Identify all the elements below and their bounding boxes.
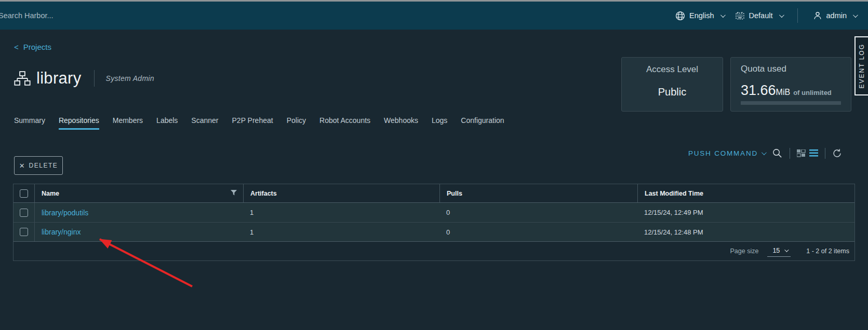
card-view-icon[interactable] xyxy=(797,149,806,157)
pulls-cell: 0 xyxy=(439,209,637,216)
theme-label: Default xyxy=(749,11,773,20)
user-label: admin xyxy=(826,11,847,20)
globe-icon xyxy=(675,10,686,21)
access-level-card: Access Level Public xyxy=(621,57,723,112)
chevron-down-icon xyxy=(853,12,858,18)
toolbar-divider xyxy=(790,148,790,159)
table-footer: Page size 15 1 - 2 of 2 items xyxy=(14,241,854,260)
tab[interactable]: Configuration xyxy=(461,116,504,130)
project-role-label: System Admin xyxy=(106,74,154,82)
top-bar-right: English Default xyxy=(675,2,857,30)
tab[interactable]: Members xyxy=(113,116,143,130)
chevron-down-icon xyxy=(779,12,784,18)
tab[interactable]: Policy xyxy=(287,116,306,130)
select-all-cell xyxy=(14,184,34,202)
quota-used-card: Quota used 31.66MiBof unlimited xyxy=(730,57,851,112)
repositories-table: Name Artifacts Pulls Last Modified Time xyxy=(13,184,855,261)
chevron-down-icon xyxy=(762,150,767,155)
select-all-checkbox[interactable] xyxy=(20,189,28,198)
tab[interactable]: Labels xyxy=(156,116,178,130)
harbor-project-page: English Default xyxy=(0,0,868,330)
user-menu[interactable]: admin xyxy=(812,10,857,21)
back-to-projects-link[interactable]: <Projects xyxy=(14,43,51,51)
table-body: library/podutils 1 0 12/15/24, 12:49 PM … xyxy=(14,203,854,241)
theme-menu[interactable]: Default xyxy=(735,10,783,21)
event-log-tab[interactable]: EVENT LOG xyxy=(854,36,868,95)
filter-icon[interactable] xyxy=(231,190,237,197)
top-bar: English Default xyxy=(0,2,868,30)
tab[interactable]: Summary xyxy=(14,116,45,130)
breadcrumb: <Projects xyxy=(14,43,51,51)
tab[interactable]: Scanner xyxy=(191,116,218,130)
page-title: library xyxy=(36,69,82,88)
tab[interactable]: Webhooks xyxy=(384,116,418,130)
column-header-pulls[interactable]: Pulls xyxy=(439,184,637,202)
global-search-input[interactable] xyxy=(0,9,133,22)
push-command-button[interactable]: PUSH COMMAND xyxy=(688,149,765,157)
repository-link[interactable]: library/nginx xyxy=(42,228,81,236)
language-menu[interactable]: English xyxy=(675,10,724,21)
x-icon: ✕ xyxy=(19,162,25,170)
tab[interactable]: Robot Accounts xyxy=(319,116,370,130)
pulls-cell: 0 xyxy=(439,228,637,236)
column-header-name[interactable]: Name xyxy=(34,184,243,202)
project-title-row: library System Admin xyxy=(14,69,154,88)
page-size-select[interactable]: 15 xyxy=(767,246,791,257)
column-header-last-modified[interactable]: Last Modified Time xyxy=(637,184,854,202)
last-modified-cell: 12/15/24, 12:48 PM xyxy=(637,228,854,236)
access-level-value: Public xyxy=(622,86,723,98)
quota-progress-bar xyxy=(741,101,841,105)
project-hierarchy-icon xyxy=(14,71,31,86)
artifacts-cell: 1 xyxy=(243,209,439,216)
quota-used-title: Quota used xyxy=(741,64,841,74)
row-checkbox[interactable] xyxy=(20,228,28,236)
quota-used-value: 31.66MiBof unlimited xyxy=(741,82,841,99)
tab[interactable]: P2P Preheat xyxy=(232,116,273,130)
list-view-icon[interactable] xyxy=(809,149,818,157)
tab[interactable]: Logs xyxy=(432,116,447,130)
default-theme-icon xyxy=(735,10,745,21)
table-row: library/podutils 1 0 12/15/24, 12:49 PM xyxy=(14,203,854,222)
delete-button[interactable]: ✕ DELETE xyxy=(14,156,63,175)
title-divider xyxy=(94,70,95,87)
chevron-down-icon xyxy=(784,248,789,252)
toolbar-divider xyxy=(825,148,825,159)
artifacts-cell: 1 xyxy=(243,228,439,236)
search-icon[interactable] xyxy=(772,148,783,159)
project-tabs: Summary Repositories Members Labels Scan… xyxy=(14,116,504,130)
table-header-row: Name Artifacts Pulls Last Modified Time xyxy=(14,184,854,203)
items-count: 1 - 2 of 2 items xyxy=(806,248,849,255)
chevron-down-icon xyxy=(720,12,726,18)
column-header-artifacts[interactable]: Artifacts xyxy=(243,184,439,202)
table-row: library/nginx 1 0 12/15/24, 12:48 PM xyxy=(14,222,854,241)
access-level-title: Access Level xyxy=(622,64,723,75)
page-size-label: Page size xyxy=(730,248,759,255)
toolbar-right: PUSH COMMAND xyxy=(688,145,842,161)
tab[interactable]: Repositories xyxy=(59,116,99,130)
top-bar-divider xyxy=(797,8,798,23)
refresh-icon[interactable] xyxy=(832,148,842,158)
language-label: English xyxy=(689,11,714,20)
event-log-label: EVENT LOG xyxy=(858,44,865,88)
user-icon xyxy=(812,10,823,21)
last-modified-cell: 12/15/24, 12:49 PM xyxy=(637,209,854,216)
repository-link[interactable]: library/podutils xyxy=(42,209,88,217)
row-checkbox[interactable] xyxy=(20,209,28,217)
annotation-arrow-icon xyxy=(0,0,868,330)
